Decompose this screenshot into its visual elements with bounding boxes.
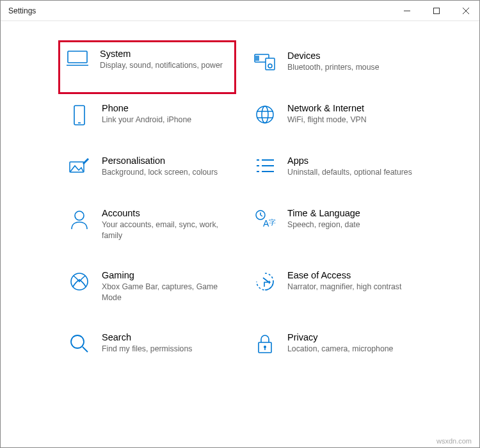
tile-title: Network & Internet: [287, 103, 413, 113]
tile-desc: Location, camera, microphone: [287, 344, 413, 355]
svg-rect-4: [68, 51, 87, 63]
tile-network[interactable]: Network & Internet WiFi, flight mode, VP…: [250, 99, 417, 130]
tile-title: Ease of Access: [287, 270, 413, 280]
phone-icon: [68, 104, 90, 126]
tile-desc: Find my files, permissions: [102, 344, 227, 355]
svg-rect-12: [74, 106, 84, 125]
tile-desc: Narrator, magnifier, high contrast: [287, 282, 413, 292]
devices-icon: [254, 52, 276, 74]
svg-point-25: [75, 211, 84, 220]
tile-title: Time & Language: [287, 208, 413, 218]
minimize-icon: [404, 8, 410, 14]
system-icon: [67, 50, 88, 72]
tile-title: Devices: [287, 51, 413, 61]
svg-point-14: [257, 106, 273, 123]
close-icon: [463, 8, 469, 14]
tile-title: Phone: [102, 103, 227, 113]
tile-devices[interactable]: Devices Bluetooth, printers, mouse: [250, 47, 417, 77]
person-icon: [68, 209, 90, 231]
tile-personalisation[interactable]: Personalisation Background, lock screen,…: [65, 152, 231, 182]
svg-rect-1: [434, 8, 440, 13]
tile-title: Accounts: [102, 208, 227, 218]
watermark: wsxdn.com: [436, 437, 472, 445]
tile-desc: Bluetooth, printers, mouse: [287, 62, 413, 73]
tile-title: Apps: [287, 156, 413, 166]
tile-desc: Link your Android, iPhone: [102, 115, 227, 125]
ease-icon: [254, 271, 276, 293]
svg-point-33: [71, 335, 84, 348]
tile-gaming[interactable]: Gaming Xbox Game Bar, captures, Game Mod…: [65, 266, 231, 307]
tile-apps[interactable]: Apps Uninstall, defaults, optional featu…: [250, 152, 417, 182]
svg-rect-18: [70, 162, 84, 172]
tile-time-language[interactable]: A 字 Time & Language Speech, region, date: [250, 204, 417, 244]
search-icon: [68, 333, 90, 355]
apps-icon: [254, 157, 276, 179]
tile-desc: Uninstall, defaults, optional features: [287, 167, 413, 178]
globe-icon: [254, 104, 276, 126]
svg-line-28: [260, 215, 262, 216]
lock-icon: [254, 333, 276, 355]
tile-desc: Background, lock screen, colours: [102, 167, 227, 178]
tile-accounts[interactable]: Accounts Your accounts, email, sync, wor…: [65, 204, 231, 244]
tile-title: Personalisation: [102, 156, 227, 166]
tile-title: Gaming: [102, 270, 227, 280]
time-language-icon: A 字: [254, 209, 276, 231]
tile-privacy[interactable]: Privacy Location, camera, microphone: [250, 328, 417, 359]
titlebar: Settings: [1, 1, 480, 21]
close-button[interactable]: [451, 1, 480, 21]
minimize-button[interactable]: [392, 1, 422, 21]
tile-desc: Xbox Game Bar, captures, Game Mode: [102, 282, 227, 303]
tile-system[interactable]: System Display, sound, notifications, po…: [58, 40, 236, 94]
tile-desc: Speech, region, date: [287, 220, 413, 230]
tile-desc: Your accounts, email, sync, work, family: [102, 220, 227, 241]
svg-point-15: [262, 106, 268, 123]
maximize-icon: [433, 8, 440, 14]
svg-line-34: [83, 347, 88, 352]
tile-ease-of-access[interactable]: Ease of Access Narrator, magnifier, high…: [250, 266, 417, 307]
tile-title: Search: [102, 332, 227, 342]
svg-text:字: 字: [269, 218, 276, 226]
paint-icon: [68, 157, 90, 179]
tile-desc: Display, sound, notifications, power: [100, 60, 229, 71]
tile-title: Privacy: [287, 332, 413, 342]
tile-phone[interactable]: Phone Link your Android, iPhone: [65, 99, 231, 130]
xbox-icon: [68, 271, 90, 293]
settings-grid: System Display, sound, notifications, po…: [1, 21, 480, 372]
window-title: Settings: [1, 6, 44, 15]
tile-title: System: [100, 49, 229, 59]
maximize-button[interactable]: [422, 1, 451, 21]
svg-marker-32: [269, 280, 271, 284]
tile-search[interactable]: Search Find my files, permissions: [65, 328, 231, 359]
tile-desc: WiFi, flight mode, VPN: [287, 115, 413, 125]
